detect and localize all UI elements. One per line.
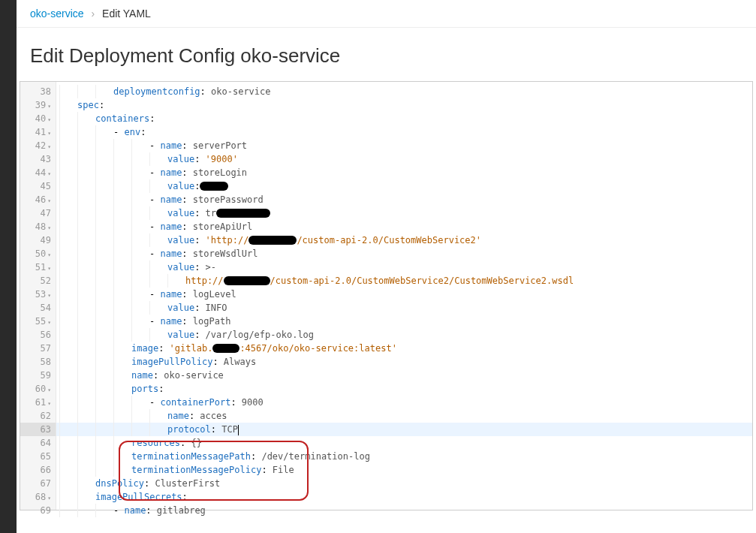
code-line[interactable]: - name: gitlabreg [56,504,752,517]
code-line[interactable]: dnsPolicy: ClusterFirst [56,477,752,490]
line-number[interactable]: 69 [20,504,56,517]
code-line[interactable]: - name: storeLogin [56,166,752,179]
punct: - [149,167,160,178]
code-line[interactable]: value: >- [56,260,752,274]
code-line[interactable]: resources: {} [56,436,752,450]
yaml-key: ports [131,384,158,394]
code-line[interactable]: value: 'http:///custom-api-2.0/CustomWeb… [56,233,752,247]
line-number[interactable]: 51 [20,260,56,274]
yaml-value: /custom-api-2.0/CustomWebService2/Custom… [270,276,574,286]
line-number[interactable]: 42 [20,139,56,152]
line-number[interactable]: 62 [20,409,56,423]
code-line[interactable]: deploymentconfig: oko-service [56,85,752,98]
redacted-text [200,182,228,191]
code-line[interactable]: - env: [56,125,752,139]
line-number[interactable]: 47 [20,206,56,220]
code-line[interactable]: spec: [56,98,752,112]
line-number[interactable]: 66 [20,463,56,477]
code-line[interactable]: name: oko-service [56,369,752,382]
code-content[interactable]: deploymentconfig: oko-servicespec:contai… [56,82,752,510]
code-line[interactable]: protocol: TCP [56,423,752,436]
line-number[interactable]: 43 [20,152,56,166]
line-number[interactable]: 40 [20,112,56,125]
code-line[interactable]: value: /var/log/efp-oko.log [56,328,752,342]
yaml-key: resources [131,438,180,448]
line-number[interactable]: 60 [20,382,56,396]
code-line[interactable]: name: acces [56,409,752,423]
punct: : [144,478,155,489]
line-number[interactable]: 45 [20,179,56,193]
punct: : [149,113,155,124]
code-line[interactable]: - name: serverPort [56,139,752,152]
line-number[interactable]: 53 [20,288,56,301]
yaml-value: storeWsdlUrl [193,248,258,259]
yaml-value: storePassword [193,194,264,205]
line-number[interactable]: 67 [20,477,56,490]
code-line[interactable]: imagePullPolicy: Always [56,355,752,369]
line-number[interactable]: 50 [20,247,56,260]
code-line[interactable]: image: 'gitlab.:4567/oko/oko-service:lat… [56,342,752,355]
code-line[interactable]: - containerPort: 9000 [56,396,752,409]
line-number[interactable]: 54 [20,301,56,315]
line-number[interactable]: 49 [20,233,56,247]
line-number[interactable]: 58 [20,355,56,369]
punct: : [182,289,192,300]
code-line[interactable]: - name: logPath [56,315,752,328]
punct: : [194,154,205,164]
code-line[interactable]: terminationMessagePath: /dev/termination… [56,450,752,463]
yaml-key: name [160,316,182,327]
yaml-editor[interactable]: 3839404142434445464748495051525354555657… [20,81,753,510]
code-line[interactable]: value: tr [56,206,752,220]
vertical-nav-strip[interactable] [0,0,17,533]
line-number[interactable]: 59 [20,369,56,382]
code-line[interactable]: value: '9000' [56,152,752,166]
code-line[interactable]: - name: storePassword [56,193,752,206]
yaml-value: gitlabreg [157,505,206,516]
line-number[interactable]: 39 [20,98,56,112]
code-line[interactable]: containers: [56,112,752,125]
punct: : [211,424,221,435]
line-number[interactable]: 48 [20,220,56,233]
line-number[interactable]: 46 [20,193,56,206]
line-number[interactable]: 65 [20,450,56,463]
yaml-key: containerPort [160,397,230,408]
code-line[interactable]: http:///custom-api-2.0/CustomWebService2… [56,274,752,288]
code-line[interactable]: value: [56,179,752,193]
code-line[interactable]: - name: storeApiUrl [56,220,752,233]
line-number[interactable]: 52 [20,274,56,288]
yaml-key: value [167,208,194,218]
line-number[interactable]: 57 [20,342,56,355]
line-number[interactable]: 44 [20,166,56,179]
yaml-value: ClusterFirst [155,478,220,489]
punct: : [194,208,205,218]
line-number[interactable]: 61 [20,396,56,409]
line-number[interactable]: 56 [20,328,56,342]
yaml-value: TCP [221,424,238,435]
redacted-text [224,276,270,285]
yaml-value: >- [206,262,216,273]
line-number[interactable]: 38 [20,85,56,98]
punct: : [200,86,211,97]
code-line[interactable]: ports: [56,382,752,396]
yaml-key: dnsPolicy [95,478,144,489]
line-number[interactable]: 55 [20,315,56,328]
code-line[interactable]: - name: storeWsdlUrl [56,247,752,260]
code-line[interactable]: terminationMessagePolicy: File [56,463,752,477]
yaml-value: serverPort [193,140,247,151]
punct: : [158,384,164,394]
line-number[interactable]: 41 [20,125,56,139]
breadcrumb-separator: › [91,8,95,20]
punct: : [261,465,272,475]
punct: : [212,357,223,367]
line-number-gutter[interactable]: 3839404142434445464748495051525354555657… [20,82,56,510]
code-line[interactable]: value: INFO [56,301,752,315]
line-number[interactable]: 64 [20,436,56,450]
punct: : [194,235,205,245]
code-line[interactable]: imagePullSecrets: [56,490,752,504]
breadcrumb-link[interactable]: oko-service [30,8,84,20]
line-number[interactable]: 68 [20,490,56,504]
punct: : [230,397,241,408]
line-number[interactable]: 63 [20,423,56,436]
code-line[interactable]: - name: logLevel [56,288,752,301]
punct: : [194,181,200,191]
